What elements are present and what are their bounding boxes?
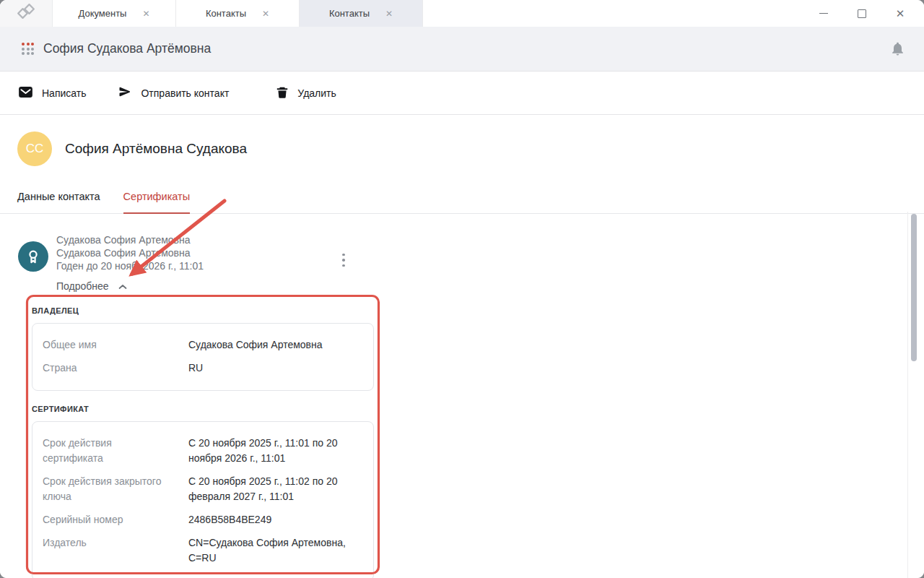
detail-row: Срок действия закрытого ключа С 20 ноябр… <box>43 474 367 504</box>
tab-bar-spacer <box>423 0 814 27</box>
detail-value: Судакова София Артемовна <box>188 337 367 353</box>
detail-row: Срок действия сертификата С 20 ноября 20… <box>43 436 367 466</box>
send-contact-button[interactable]: Отправить контакт <box>118 85 229 100</box>
detail-value: С 20 ноября 2025 г., 11:01 по 20 ноября … <box>188 436 367 466</box>
certificate-summary: Судакова София Артемовна Судакова София … <box>56 233 204 273</box>
contact-subtabs: Данные контакта Сертификаты <box>0 184 924 214</box>
detail-row: Издатель CN=Судакова София Артемовна, C=… <box>43 535 367 566</box>
delete-button[interactable]: Удалить <box>276 86 336 100</box>
owner-card: Общее имя Судакова София Артемовна Стран… <box>32 323 374 391</box>
maximize-button[interactable] <box>853 4 871 23</box>
certificate-details: ВЛАДЕЛЕЦ Общее имя Судакова София Артемо… <box>32 306 374 578</box>
section-heading-certificate: СЕРТИФИКАТ <box>32 405 374 413</box>
certificate-list-item[interactable]: Судакова София Артемовна Судакова София … <box>18 233 924 293</box>
window-tab-bar: Документы ✕ Контакты ✕ Контакты ✕ ✕ <box>0 0 924 27</box>
action-toolbar: Написать Отправить контакт Удалить <box>0 72 924 115</box>
detail-value: RU <box>188 361 367 376</box>
detail-label: Срок действия сертификата <box>43 436 188 466</box>
details-toggle[interactable]: Подробнее <box>56 280 204 293</box>
app-header: София Судакова Артёмовна <box>0 27 924 72</box>
window-controls: ✕ <box>814 0 924 27</box>
certificate-valid-until: Годен до 20 нояб. 2026 г., 11:01 <box>56 259 204 272</box>
detail-row: Серийный номер 2486B58B4BE249 <box>43 512 367 527</box>
trash-icon <box>276 86 288 100</box>
detail-label: Общее имя <box>43 337 188 353</box>
close-icon[interactable]: ✕ <box>142 9 149 18</box>
contact-content: СС София Артёмовна Судакова Данные конта… <box>0 115 924 578</box>
send-icon <box>118 85 131 100</box>
tab-label: Документы <box>78 8 126 19</box>
send-contact-label: Отправить контакт <box>141 87 229 99</box>
close-icon[interactable]: ✕ <box>385 9 393 18</box>
document-tab-documents[interactable]: Документы ✕ <box>53 0 176 27</box>
detail-label: Страна <box>43 361 188 376</box>
detail-row: Общее имя Судакова София Артемовна <box>43 337 367 353</box>
notifications-bell-icon[interactable] <box>890 41 905 56</box>
minimize-icon <box>819 13 828 14</box>
linked-diamonds-logo-icon <box>17 3 35 25</box>
document-tab-contacts-2[interactable]: Контакты ✕ <box>300 0 423 27</box>
minimize-button[interactable] <box>814 4 833 23</box>
more-options-kebab-icon[interactable] <box>335 249 352 271</box>
delete-label: Удалить <box>297 87 336 99</box>
chevron-up-icon <box>118 280 127 293</box>
tab-label: Контакты <box>329 8 370 19</box>
tab-contact-data[interactable]: Данные контакта <box>17 184 100 213</box>
contact-header: СС София Артёмовна Судакова <box>0 115 924 166</box>
tab-label: Контакты <box>206 8 246 19</box>
page-title: София Судакова Артёмовна <box>43 41 211 56</box>
close-window-button[interactable]: ✕ <box>891 4 910 23</box>
scrollbar-thumb[interactable] <box>911 214 917 361</box>
section-heading-owner: ВЛАДЕЛЕЦ <box>32 306 374 315</box>
certificate-issuer: Судакова София Артемовна <box>56 246 204 259</box>
detail-value: 2486B58B4BE249 <box>188 512 367 527</box>
app-window: Документы ✕ Контакты ✕ Контакты ✕ ✕ Софи… <box>0 0 924 578</box>
contact-name: София Артёмовна Судакова <box>65 141 247 157</box>
detail-value: С 20 ноября 2025 г., 11:02 по 20 февраля… <box>188 474 367 504</box>
detail-value: CN=Судакова София Артемовна, C=RU <box>188 535 367 566</box>
document-tab-contacts-1[interactable]: Контакты ✕ <box>176 0 300 27</box>
app-grid-menu-icon[interactable] <box>22 43 34 55</box>
detail-label: Издатель <box>43 535 188 566</box>
detail-label: Срок действия закрытого ключа <box>43 474 188 504</box>
maximize-icon <box>858 9 866 18</box>
details-toggle-label: Подробнее <box>56 280 109 292</box>
envelope-icon <box>19 87 32 100</box>
close-icon: ✕ <box>896 8 905 19</box>
app-logo[interactable] <box>0 0 53 27</box>
tab-certificates[interactable]: Сертификаты <box>123 184 191 214</box>
detail-row: Страна RU <box>43 361 367 376</box>
certificate-subject: Судакова София Артемовна <box>56 233 204 246</box>
compose-label: Написать <box>42 87 86 99</box>
compose-button[interactable]: Написать <box>19 87 86 100</box>
avatar: СС <box>17 131 52 166</box>
detail-label: Серийный номер <box>43 512 188 527</box>
certificate-badge-icon <box>18 241 48 272</box>
scrollbar-track <box>907 212 908 578</box>
close-icon[interactable]: ✕ <box>262 9 269 18</box>
certificate-card: Срок действия сертификата С 20 ноября 20… <box>32 421 374 578</box>
